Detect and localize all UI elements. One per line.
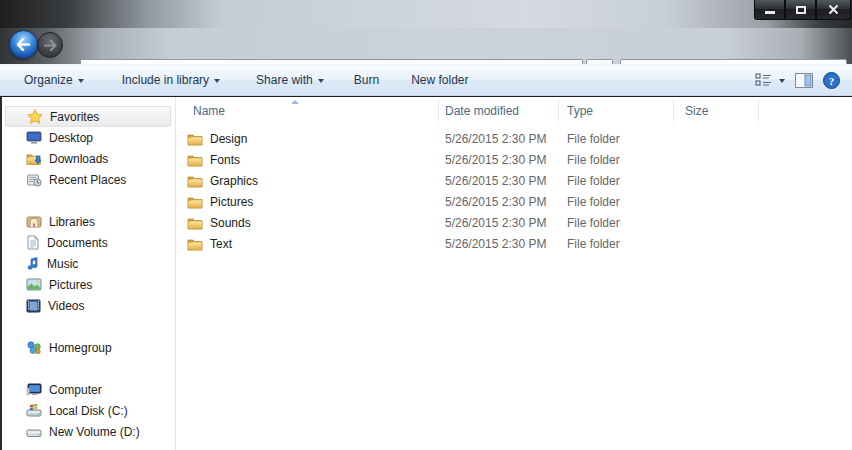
back-arrow-icon	[16, 38, 31, 51]
maximize-button[interactable]	[785, 0, 816, 20]
sidebar-item-computer[interactable]: Computer	[2, 379, 175, 400]
sidebar-item-label: Homegroup	[49, 341, 112, 355]
downloads-icon	[26, 152, 42, 166]
sidebar-item-label: Local Disk (C:)	[49, 404, 128, 418]
chevron-down-icon	[318, 79, 324, 83]
file-type: File folder	[559, 233, 674, 254]
sort-ascending-icon	[291, 100, 299, 104]
file-row[interactable]: Text 5/26/2015 2:30 PM File folder	[176, 233, 852, 254]
folder-icon	[187, 153, 203, 167]
help-icon: ?	[823, 72, 840, 89]
documents-icon	[26, 235, 40, 250]
sidebar-item-videos[interactable]: Videos	[2, 295, 175, 316]
share-with-button[interactable]: Share with	[247, 68, 333, 92]
sidebar-item-libraries[interactable]: Libraries	[2, 211, 175, 232]
close-button[interactable]	[816, 0, 851, 20]
column-header-type[interactable]: Type	[559, 100, 674, 122]
recent-places-icon	[26, 173, 42, 187]
new-folder-button[interactable]: New folder	[402, 68, 477, 92]
chevron-down-icon	[779, 79, 785, 83]
file-date: 5/26/2015 2:30 PM	[439, 149, 559, 170]
column-header-size[interactable]: Size	[674, 100, 759, 122]
views-icon	[755, 73, 773, 87]
sidebar-item-label: Recent Places	[49, 173, 126, 187]
local-disk-icon	[26, 404, 42, 418]
sidebar-item-downloads[interactable]: Downloads	[2, 148, 175, 169]
file-size	[674, 128, 759, 149]
file-size	[674, 170, 759, 191]
title-bar	[0, 0, 852, 28]
sidebar-item-label: Desktop	[49, 131, 93, 145]
file-type: File folder	[559, 149, 674, 170]
sidebar-item-new-volume-d[interactable]: New Volume (D:)	[2, 421, 175, 442]
svg-text:?: ?	[829, 74, 835, 86]
folder-icon	[187, 216, 203, 230]
homegroup-section: Homegroup	[2, 337, 175, 358]
file-row[interactable]: Sounds 5/26/2015 2:30 PM File folder	[176, 212, 852, 233]
videos-icon	[26, 299, 41, 313]
file-date: 5/26/2015 2:30 PM	[439, 191, 559, 212]
share-with-label: Share with	[256, 73, 313, 87]
organize-button[interactable]: Organize	[15, 68, 93, 92]
preview-pane-button[interactable]	[795, 73, 813, 88]
change-view-button[interactable]	[755, 73, 785, 87]
file-size	[674, 149, 759, 170]
file-row[interactable]: Graphics 5/26/2015 2:30 PM File folder	[176, 170, 852, 191]
toolbar-right-icons: ?	[755, 72, 852, 89]
sidebar-item-local-disk-c[interactable]: Local Disk (C:)	[2, 400, 175, 421]
burn-button[interactable]: Burn	[345, 68, 388, 92]
navigation-pane: Favorites Desktop Downloads	[2, 97, 175, 450]
file-type: File folder	[559, 212, 674, 233]
sidebar-item-label: Computer	[49, 383, 102, 397]
sidebar-item-label: New Volume (D:)	[49, 425, 140, 439]
sidebar-item-label: Libraries	[49, 215, 95, 229]
file-row[interactable]: Design 5/26/2015 2:30 PM File folder	[176, 128, 852, 149]
file-type: File folder	[559, 191, 674, 212]
file-name: Graphics	[210, 174, 258, 188]
file-name: Pictures	[210, 195, 253, 209]
sidebar-item-favorites[interactable]: Favorites	[5, 106, 171, 127]
folder-icon	[187, 195, 203, 209]
column-header-date-modified[interactable]: Date modified	[439, 100, 559, 122]
libraries-icon	[26, 215, 42, 229]
help-button[interactable]: ?	[823, 72, 840, 89]
sidebar-item-music[interactable]: Music	[2, 253, 175, 274]
sidebar-item-desktop[interactable]: Desktop	[2, 127, 175, 148]
organize-label: Organize	[24, 73, 73, 87]
back-button[interactable]	[9, 30, 38, 59]
column-headers: Name Date modified Type Size	[176, 100, 852, 122]
file-date: 5/26/2015 2:30 PM	[439, 212, 559, 233]
drive-icon	[26, 425, 42, 439]
desktop-icon	[26, 131, 42, 145]
star-icon	[27, 109, 43, 124]
minimize-button[interactable]	[754, 0, 785, 20]
folder-icon	[187, 174, 203, 188]
favorites-section: Favorites Desktop Downloads	[2, 106, 175, 190]
file-row[interactable]: Fonts 5/26/2015 2:30 PM File folder	[176, 149, 852, 170]
close-icon	[828, 4, 839, 15]
sidebar-item-homegroup[interactable]: Homegroup	[2, 337, 175, 358]
content-area: Favorites Desktop Downloads	[0, 97, 852, 450]
sidebar-item-label: Music	[47, 257, 78, 271]
sidebar-item-pictures[interactable]: Pictures	[2, 274, 175, 295]
file-row[interactable]: Pictures 5/26/2015 2:30 PM File folder	[176, 191, 852, 212]
sidebar-item-label: Documents	[47, 236, 108, 250]
file-type: File folder	[559, 128, 674, 149]
libraries-section: Libraries Documents Music	[2, 211, 175, 316]
file-name: Sounds	[210, 216, 251, 230]
folder-icon	[187, 132, 203, 146]
minimize-icon	[765, 11, 775, 14]
file-type: File folder	[559, 170, 674, 191]
file-date: 5/26/2015 2:30 PM	[439, 170, 559, 191]
column-header-name[interactable]: Name	[176, 100, 439, 122]
sidebar-item-recent-places[interactable]: Recent Places	[2, 169, 175, 190]
sidebar-item-label: Downloads	[49, 152, 108, 166]
include-in-library-button[interactable]: Include in library	[113, 68, 229, 92]
preview-pane-icon	[795, 73, 813, 88]
new-folder-label: New folder	[411, 73, 468, 87]
file-rows: Design 5/26/2015 2:30 PM File folder Fon…	[176, 128, 852, 254]
file-name: Design	[210, 132, 247, 146]
sidebar-item-label: Videos	[48, 299, 84, 313]
forward-button[interactable]	[37, 32, 63, 58]
sidebar-item-documents[interactable]: Documents	[2, 232, 175, 253]
